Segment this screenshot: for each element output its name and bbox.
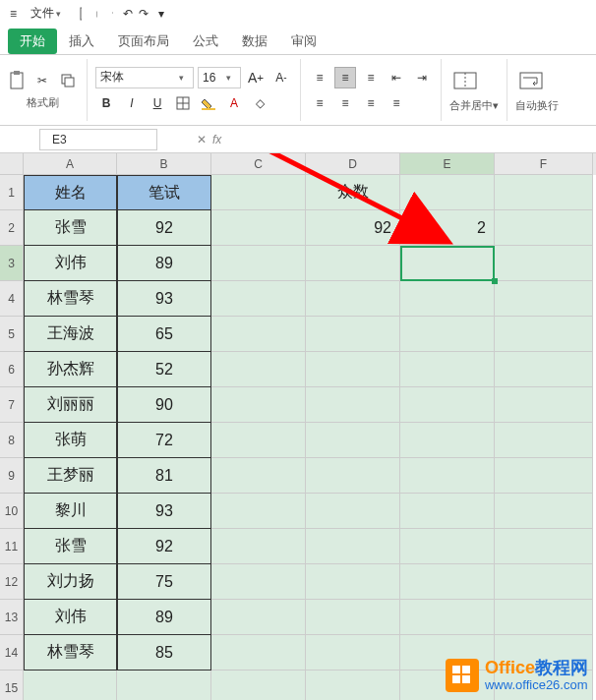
font-color-button[interactable]: A — [223, 92, 245, 114]
cell[interactable] — [495, 494, 593, 529]
cell[interactable] — [495, 458, 593, 494]
cut-icon[interactable]: ✂ — [31, 70, 53, 91]
tab-data[interactable]: 数据 — [230, 29, 279, 54]
align-left-icon[interactable]: ≡ — [309, 92, 330, 114]
row-header[interactable]: 14 — [0, 635, 24, 671]
cell[interactable]: 张雪 — [24, 529, 117, 564]
spreadsheet-grid[interactable]: A B C D E F 1姓名笔试众数2张雪929223刘伟894林雪琴935王… — [0, 153, 596, 700]
cell[interactable] — [306, 529, 400, 564]
cancel-formula-icon[interactable]: ✕ — [197, 133, 207, 146]
cell[interactable]: 92 — [306, 210, 400, 246]
col-header-e[interactable]: E — [400, 153, 495, 175]
cell[interactable] — [117, 671, 211, 700]
cell[interactable]: 林雪琴 — [24, 635, 117, 671]
cell[interactable] — [306, 458, 400, 494]
format-painter-label[interactable]: 格式刷 — [6, 95, 79, 110]
cell[interactable] — [495, 246, 593, 281]
cell[interactable] — [495, 210, 593, 246]
cell[interactable] — [495, 387, 593, 423]
tab-formula[interactable]: 公式 — [181, 29, 230, 54]
wrap-icon[interactable] — [515, 67, 547, 94]
cell[interactable] — [400, 458, 495, 494]
cell[interactable] — [211, 175, 306, 210]
fx-icon[interactable]: fx — [212, 133, 221, 146]
tab-layout[interactable]: 页面布局 — [106, 29, 181, 54]
italic-button[interactable]: I — [121, 92, 143, 114]
row-header[interactable]: 2 — [0, 210, 24, 246]
cell[interactable]: 姓名 — [24, 175, 117, 210]
align-middle-icon[interactable]: ≡ — [334, 67, 356, 88]
cell[interactable] — [400, 387, 495, 423]
cell[interactable] — [306, 671, 400, 700]
merge-label[interactable]: 合并居中▾ — [449, 98, 499, 113]
cell[interactable] — [495, 317, 593, 352]
increase-font-icon[interactable]: A+ — [245, 67, 267, 88]
border-button[interactable] — [172, 92, 194, 114]
copy-icon[interactable] — [57, 70, 79, 91]
cell[interactable]: 林雪琴 — [24, 281, 117, 317]
cell[interactable] — [211, 635, 306, 671]
cell[interactable]: 刘伟 — [24, 246, 117, 281]
cell[interactable] — [400, 175, 495, 210]
bold-button[interactable]: B — [95, 92, 117, 114]
col-header-b[interactable]: B — [117, 153, 211, 175]
cell[interactable] — [495, 564, 593, 600]
cell[interactable] — [306, 387, 400, 423]
cell[interactable] — [24, 671, 117, 700]
cell[interactable]: 90 — [117, 387, 211, 423]
cell[interactable]: 张萌 — [24, 423, 117, 458]
col-header-d[interactable]: D — [306, 153, 400, 175]
print-icon[interactable] — [89, 7, 103, 21]
col-header-a[interactable]: A — [24, 153, 117, 175]
cell[interactable] — [495, 281, 593, 317]
cell[interactable] — [306, 281, 400, 317]
row-header[interactable]: 3 — [0, 246, 24, 281]
cell[interactable]: 刘力扬 — [24, 564, 117, 600]
cell[interactable]: 王海波 — [24, 317, 117, 352]
cell[interactable]: 笔试 — [117, 175, 211, 210]
row-header[interactable]: 6 — [0, 352, 24, 387]
row-header[interactable]: 11 — [0, 529, 24, 564]
row-header[interactable]: 13 — [0, 600, 24, 635]
cell[interactable] — [211, 458, 306, 494]
cell[interactable] — [495, 352, 593, 387]
cell[interactable] — [495, 423, 593, 458]
cell[interactable] — [211, 671, 306, 700]
indent-decrease-icon[interactable]: ⇤ — [386, 67, 407, 88]
cell[interactable] — [211, 423, 306, 458]
save-icon[interactable] — [74, 7, 88, 21]
cell[interactable] — [400, 423, 495, 458]
cell[interactable] — [306, 564, 400, 600]
col-header-c[interactable]: C — [211, 153, 306, 175]
select-all-corner[interactable] — [0, 153, 24, 175]
cell[interactable] — [400, 352, 495, 387]
cell[interactable] — [495, 600, 593, 635]
file-menu[interactable]: 文件▾ — [25, 3, 72, 24]
cell[interactable] — [211, 387, 306, 423]
cell[interactable]: 89 — [117, 246, 211, 281]
cell[interactable]: 黎川 — [24, 494, 117, 529]
cell[interactable]: 众数 — [306, 175, 400, 210]
cell[interactable]: 刘丽丽 — [24, 387, 117, 423]
cell[interactable] — [211, 281, 306, 317]
wrap-label[interactable]: 自动换行 — [515, 98, 559, 113]
cell[interactable] — [211, 494, 306, 529]
undo-icon[interactable]: ↶ — [121, 7, 135, 21]
align-right-icon[interactable]: ≡ — [360, 92, 382, 114]
tab-insert[interactable]: 插入 — [57, 29, 106, 54]
cell[interactable] — [400, 494, 495, 529]
cell[interactable]: 65 — [117, 317, 211, 352]
cell[interactable]: 93 — [117, 494, 211, 529]
cell[interactable] — [211, 564, 306, 600]
cell[interactable]: 85 — [117, 635, 211, 671]
cell[interactable] — [306, 635, 400, 671]
overflow-icon[interactable]: ▾ — [152, 5, 170, 23]
cell[interactable] — [211, 210, 306, 246]
clear-format-button[interactable]: ◇ — [249, 92, 270, 114]
cell[interactable] — [211, 246, 306, 281]
decrease-font-icon[interactable]: A- — [270, 67, 292, 88]
align-center-icon[interactable]: ≡ — [334, 92, 356, 114]
cell[interactable]: 93 — [117, 281, 211, 317]
cell[interactable]: 89 — [117, 600, 211, 635]
cell[interactable] — [400, 600, 495, 635]
